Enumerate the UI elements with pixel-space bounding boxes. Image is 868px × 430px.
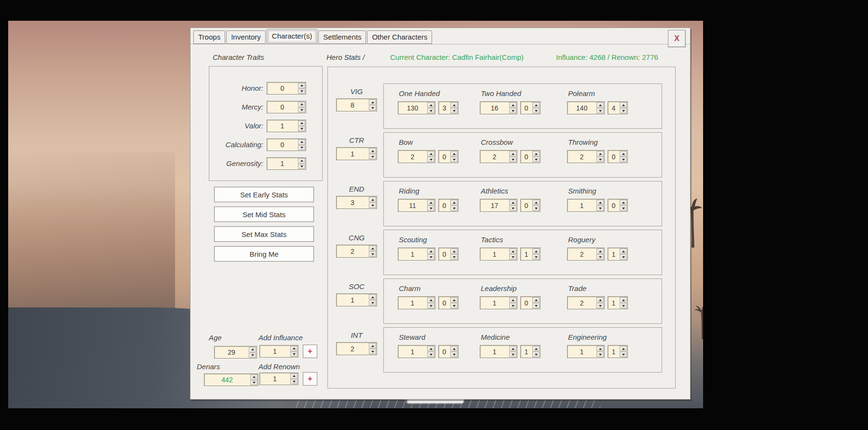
skill-riding-value-input-spin-down-button[interactable] (427, 206, 434, 211)
denars-input[interactable]: 442 (204, 374, 258, 386)
skill-steward-focus-input[interactable]: 0 (438, 345, 459, 358)
skill-bow-focus-input[interactable]: 0 (438, 150, 459, 163)
skill-throwing-focus-input[interactable]: 0 (608, 150, 628, 163)
skill-bow-value-input-spin-up-button[interactable] (427, 151, 434, 156)
close-button[interactable]: X (668, 30, 686, 47)
skill-trade-focus-input-spin-up-button[interactable] (620, 297, 627, 303)
trait-honor-input-spin-up-button[interactable] (298, 83, 305, 88)
trait-calculating-input-spin-down-button[interactable] (298, 145, 305, 151)
skill-one-handed-focus-input-spin-up-button[interactable] (450, 102, 458, 108)
skill-engineering-focus-input[interactable]: 1 (608, 345, 628, 358)
trait-valor-input[interactable]: 1 (267, 120, 306, 132)
skill-tactics-value-input[interactable]: 1 (480, 248, 517, 261)
skill-throwing-focus-input-spin-up-button[interactable] (620, 151, 627, 156)
skill-tactics-value-input-spin-down-button[interactable] (509, 254, 516, 260)
skill-athletics-focus-input[interactable]: 0 (520, 199, 541, 212)
skill-crossbow-focus-input-spin-up-button[interactable] (532, 151, 540, 156)
skill-polearm-value-input-spin-up-button[interactable] (597, 102, 604, 108)
skill-trade-focus-input-spin-down-button[interactable] (620, 303, 627, 308)
skill-smithing-focus-input[interactable]: 0 (608, 199, 628, 212)
skill-steward-value-input[interactable]: 1 (398, 345, 435, 358)
set-mid-stats-button[interactable]: Set Mid Stats (214, 207, 314, 222)
skill-charm-focus-input[interactable]: 0 (438, 296, 459, 309)
skill-polearm-focus-input-spin-up-button[interactable] (620, 102, 627, 108)
skill-roguery-value-input-spin-up-button[interactable] (597, 249, 604, 254)
skill-throwing-value-input-spin-down-button[interactable] (597, 157, 604, 162)
age-input[interactable]: 29 (214, 346, 257, 359)
attribute-ctr-input-spin-up-button[interactable] (369, 148, 376, 153)
skill-steward-focus-input-spin-up-button[interactable] (450, 346, 458, 351)
tab-settlements[interactable]: Settlements (318, 30, 366, 44)
skill-throwing-value-input[interactable]: 2 (567, 150, 605, 163)
skill-riding-focus-input-spin-down-button[interactable] (450, 206, 458, 211)
attribute-end-input-spin-up-button[interactable] (369, 197, 376, 202)
skill-roguery-value-input[interactable]: 2 (567, 248, 605, 261)
add-renown-input-spin-up-button[interactable] (290, 374, 298, 379)
skill-tactics-focus-input-spin-down-button[interactable] (532, 254, 540, 260)
skill-two-handed-value-input[interactable]: 16 (480, 101, 517, 114)
trait-calculating-input-spin-up-button[interactable] (298, 139, 305, 145)
trait-generosity-input-spin-up-button[interactable] (298, 158, 305, 164)
add-renown-button[interactable]: + (303, 372, 317, 386)
skill-athletics-value-input-spin-down-button[interactable] (509, 206, 516, 211)
skill-crossbow-focus-input-spin-down-button[interactable] (532, 157, 540, 162)
attribute-vig-input[interactable]: 8 (336, 98, 377, 111)
skill-scouting-focus-input-spin-up-button[interactable] (450, 249, 458, 254)
skill-steward-value-input-spin-down-button[interactable] (427, 352, 434, 357)
skill-smithing-focus-input-spin-down-button[interactable] (620, 206, 627, 211)
skill-tactics-focus-input-spin-up-button[interactable] (532, 249, 540, 254)
skill-roguery-focus-input-spin-up-button[interactable] (620, 249, 627, 254)
trait-calculating-input[interactable]: 0 (267, 139, 306, 151)
skill-medicine-focus-input-spin-up-button[interactable] (532, 346, 540, 351)
attribute-soc-input-spin-up-button[interactable] (369, 294, 376, 300)
skill-one-handed-focus-input[interactable]: 3 (438, 101, 459, 114)
skill-athletics-focus-input-spin-down-button[interactable] (532, 206, 540, 211)
trait-valor-input-spin-up-button[interactable] (298, 121, 305, 126)
add-influence-input[interactable]: 1 (259, 345, 298, 358)
attribute-cng-input[interactable]: 2 (336, 245, 377, 258)
skill-bow-focus-input-spin-up-button[interactable] (450, 151, 458, 156)
skill-smithing-value-input[interactable]: 1 (567, 199, 605, 212)
attribute-ctr-input-spin-down-button[interactable] (369, 154, 376, 159)
skill-scouting-value-input-spin-up-button[interactable] (427, 249, 434, 254)
skill-bow-focus-input-spin-down-button[interactable] (450, 157, 458, 162)
skill-leadership-focus-input-spin-up-button[interactable] (532, 297, 540, 303)
add-influence-button[interactable]: + (303, 345, 317, 358)
age-input-spin-down-button[interactable] (249, 353, 256, 358)
skill-throwing-value-input-spin-up-button[interactable] (597, 151, 604, 156)
skill-one-handed-focus-input-spin-down-button[interactable] (450, 108, 458, 113)
trait-valor-input-spin-down-button[interactable] (298, 126, 305, 132)
skill-steward-focus-input-spin-down-button[interactable] (450, 352, 458, 357)
skill-riding-focus-input-spin-up-button[interactable] (450, 200, 458, 205)
attribute-cng-input-spin-up-button[interactable] (369, 246, 376, 251)
skill-medicine-focus-input[interactable]: 1 (520, 345, 541, 358)
skill-charm-value-input-spin-up-button[interactable] (427, 297, 434, 303)
skill-medicine-value-input-spin-up-button[interactable] (509, 346, 516, 351)
skill-athletics-value-input[interactable]: 17 (480, 199, 517, 212)
skill-charm-value-input-spin-down-button[interactable] (427, 303, 434, 308)
skill-two-handed-value-input-spin-up-button[interactable] (509, 102, 516, 108)
skill-leadership-value-input[interactable]: 1 (480, 296, 517, 309)
trait-generosity-input-spin-down-button[interactable] (298, 164, 305, 169)
skill-polearm-value-input[interactable]: 140 (567, 101, 605, 114)
denars-input-spin-up-button[interactable] (250, 375, 258, 380)
skill-charm-value-input[interactable]: 1 (398, 296, 435, 309)
skill-tactics-focus-input[interactable]: 1 (520, 248, 541, 261)
trait-mercy-input[interactable]: 0 (267, 101, 306, 113)
trait-honor-input[interactable]: 0 (267, 82, 306, 95)
skill-engineering-value-input-spin-down-button[interactable] (597, 352, 604, 357)
skill-polearm-focus-input-spin-down-button[interactable] (620, 108, 627, 113)
attribute-vig-input-spin-down-button[interactable] (369, 105, 376, 111)
attribute-soc-input-spin-down-button[interactable] (369, 300, 376, 305)
attribute-end-input[interactable]: 3 (336, 196, 377, 209)
skill-trade-focus-input[interactable]: 1 (608, 296, 628, 309)
skill-crossbow-value-input[interactable]: 2 (480, 150, 517, 163)
skill-trade-value-input[interactable]: 2 (567, 296, 605, 309)
trait-mercy-input-spin-up-button[interactable] (298, 102, 305, 107)
trait-mercy-input-spin-down-button[interactable] (298, 108, 305, 113)
add-renown-input[interactable]: 1 (259, 373, 298, 385)
skill-engineering-value-input-spin-up-button[interactable] (597, 346, 604, 351)
skill-one-handed-value-input-spin-down-button[interactable] (427, 108, 434, 113)
skill-steward-value-input-spin-up-button[interactable] (427, 346, 434, 351)
set-max-stats-button[interactable]: Set Max Stats (214, 226, 314, 242)
